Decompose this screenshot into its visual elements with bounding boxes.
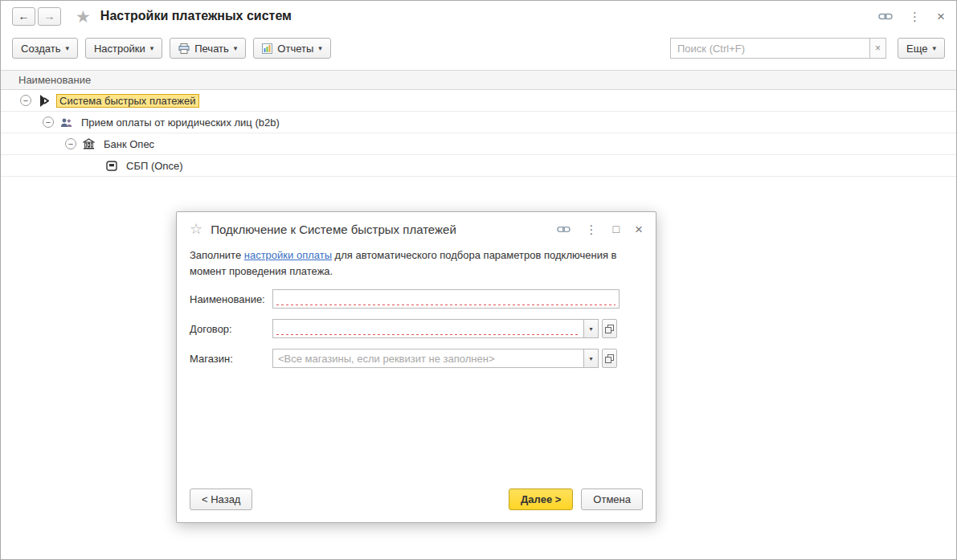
open-form-icon — [605, 354, 614, 363]
settings-button[interactable]: Настройки ▾ — [85, 38, 162, 59]
toolbar-right-group: × Еще ▾ — [670, 38, 945, 59]
bank-icon — [82, 138, 96, 149]
dialog-intro-text: Заполните настройки оплаты для автоматич… — [190, 247, 640, 279]
dialog-body: Заполните настройки оплаты для автоматич… — [177, 246, 656, 368]
create-button[interactable]: Создать ▾ — [12, 38, 78, 59]
contract-dropdown-button[interactable]: ▾ — [583, 319, 599, 338]
more-button[interactable]: Еще ▾ — [898, 38, 945, 59]
intro-text-before: Заполните — [190, 249, 244, 261]
favorite-star-outline-icon[interactable]: ☆ — [190, 222, 202, 236]
app-window: { "window": { "title": "Настройки платеж… — [0, 0, 957, 560]
shop-open-button[interactable] — [602, 349, 617, 368]
command-bar: Создать ▾ Настройки ▾ Печать ▾ Отчеты ▾ — [1, 31, 956, 70]
chevron-down-icon: ▾ — [234, 44, 238, 52]
maximize-icon[interactable]: □ — [613, 223, 620, 235]
shop-dropdown-button[interactable]: ▾ — [583, 349, 599, 368]
more-menu-icon[interactable]: ⋮ — [586, 223, 598, 235]
contract-field-label: Договор: — [190, 323, 272, 335]
tree-item-label[interactable]: Банк Опес — [101, 137, 157, 151]
chevron-down-icon: ▾ — [318, 44, 322, 52]
payment-settings-link[interactable]: настройки оплаты — [244, 249, 332, 261]
reports-button-label: Отчеты — [277, 43, 313, 55]
column-header-label: Наименование — [18, 74, 91, 86]
dialog-controls: ⋮ □ × — [557, 223, 643, 236]
forward-button[interactable]: → — [38, 7, 61, 26]
contract-open-button[interactable] — [602, 319, 617, 338]
terminal-icon — [104, 161, 118, 171]
print-button-label: Печать — [194, 43, 229, 55]
next-step-button[interactable]: Далее > — [509, 488, 573, 510]
tree-item-label[interactable]: Система быстрых платежей — [56, 94, 199, 108]
dialog-titlebar: ☆ Подключение к Системе быстрых платежей… — [177, 212, 656, 246]
shop-input[interactable] — [272, 349, 584, 368]
collapse-toggle-icon[interactable]: − — [65, 138, 76, 149]
tree-row[interactable]: − Банк Опес — [1, 133, 956, 155]
payment-systems-tree: − Система быстрых платежей − Прием оплат… — [1, 90, 956, 177]
back-step-button[interactable]: < Назад — [190, 488, 252, 510]
close-window-icon[interactable]: × — [937, 10, 945, 23]
link-icon[interactable] — [878, 12, 893, 21]
close-dialog-icon[interactable]: × — [635, 223, 643, 236]
dialog-footer: < Назад Далее > Отмена — [190, 488, 643, 510]
titlebar-controls: ⋮ × — [878, 10, 945, 23]
contract-field-row: Договор: ▾ — [190, 319, 643, 338]
tree-row[interactable]: СБП (Once) — [1, 155, 956, 177]
shop-field-label: Магазин: — [190, 353, 272, 365]
name-field-row: Наименование: — [190, 289, 643, 309]
tree-item-label[interactable]: СБП (Once) — [124, 159, 186, 173]
collapse-toggle-icon[interactable]: − — [20, 95, 31, 106]
collapse-toggle-icon[interactable]: − — [43, 116, 54, 128]
create-button-label: Создать — [21, 43, 60, 55]
contract-input[interactable] — [272, 319, 584, 338]
page-title: Настройки платежных систем — [100, 9, 292, 23]
more-button-label: Еще — [906, 43, 927, 55]
group-people-icon — [59, 117, 73, 128]
tree-row[interactable]: − Прием оплаты от юридических лиц (b2b) — [1, 112, 956, 133]
cancel-button[interactable]: Отмена — [581, 488, 643, 510]
search-input[interactable] — [670, 38, 869, 59]
printer-icon — [178, 43, 190, 54]
back-button[interactable]: ← — [12, 7, 35, 26]
sbp-system-icon — [37, 95, 51, 107]
name-field-label: Наименование: — [190, 293, 272, 305]
report-icon — [262, 43, 272, 54]
dialog-title: Подключение к Системе быстрых платежей — [211, 223, 456, 236]
settings-button-label: Настройки — [94, 43, 145, 55]
search-clear-button[interactable]: × — [869, 38, 886, 59]
chevron-down-icon: ▾ — [65, 44, 69, 52]
shop-field-row: Магазин: ▾ — [190, 349, 643, 368]
reports-button[interactable]: Отчеты ▾ — [253, 38, 330, 59]
open-form-icon — [605, 325, 614, 333]
print-button[interactable]: Печать ▾ — [170, 38, 246, 59]
link-icon[interactable] — [557, 225, 571, 234]
table-column-header[interactable]: Наименование — [1, 70, 956, 90]
tree-item-label[interactable]: Прием оплаты от юридических лиц (b2b) — [79, 116, 282, 129]
chevron-down-icon: ▾ — [150, 44, 154, 52]
more-menu-icon[interactable]: ⋮ — [909, 10, 921, 22]
chevron-down-icon: ▾ — [932, 44, 936, 52]
name-input[interactable] — [272, 289, 620, 309]
connection-dialog: ☆ Подключение к Системе быстрых платежей… — [176, 211, 656, 523]
window-titlebar: ← → ★ Настройки платежных систем ⋮ × — [1, 1, 956, 31]
favorite-star-icon[interactable]: ★ — [76, 8, 91, 25]
tree-row[interactable]: − Система быстрых платежей — [1, 90, 956, 112]
